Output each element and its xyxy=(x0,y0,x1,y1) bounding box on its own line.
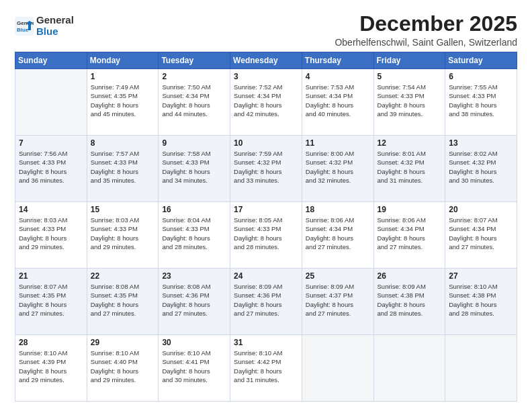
calendar-cell: 26 Sunrise: 8:09 AM Sunset: 4:38 PM Dayl… xyxy=(373,269,445,335)
day-info: Sunrise: 8:10 AM Sunset: 4:42 PM Dayligh… xyxy=(234,349,298,384)
day-number: 25 xyxy=(306,271,370,281)
calendar-cell: 14 Sunrise: 8:03 AM Sunset: 4:33 PM Dayl… xyxy=(15,202,87,269)
day-info: Sunrise: 8:01 AM Sunset: 4:32 PM Dayligh… xyxy=(378,149,442,185)
weekday-header-thursday: Thursday xyxy=(302,52,373,69)
day-number: 14 xyxy=(19,205,83,214)
day-number: 13 xyxy=(449,138,513,148)
logo: General Blue General Blue xyxy=(15,15,74,37)
svg-text:Blue: Blue xyxy=(17,27,29,33)
day-info: Sunrise: 8:09 AM Sunset: 4:38 PM Dayligh… xyxy=(378,282,442,318)
calendar: SundayMondayTuesdayWednesdayThursdayFrid… xyxy=(15,52,517,402)
day-info: Sunrise: 8:10 AM Sunset: 4:39 PM Dayligh… xyxy=(19,349,83,384)
calendar-cell xyxy=(445,335,517,402)
day-info: Sunrise: 7:57 AM Sunset: 4:33 PM Dayligh… xyxy=(91,149,155,185)
calendar-cell: 25 Sunrise: 8:09 AM Sunset: 4:37 PM Dayl… xyxy=(302,269,373,335)
day-number: 11 xyxy=(306,138,370,148)
day-info: Sunrise: 8:08 AM Sunset: 4:36 PM Dayligh… xyxy=(162,282,226,318)
calendar-cell: 2 Sunrise: 7:50 AM Sunset: 4:34 PM Dayli… xyxy=(159,69,230,136)
calendar-cell xyxy=(373,335,445,402)
calendar-cell: 4 Sunrise: 7:53 AM Sunset: 4:34 PM Dayli… xyxy=(302,69,373,136)
day-number: 27 xyxy=(449,271,513,281)
day-info: Sunrise: 7:58 AM Sunset: 4:33 PM Dayligh… xyxy=(162,149,226,185)
day-info: Sunrise: 7:53 AM Sunset: 4:34 PM Dayligh… xyxy=(306,83,370,118)
day-info: Sunrise: 8:10 AM Sunset: 4:40 PM Dayligh… xyxy=(91,349,155,384)
title-block: December 2025 Oberhelfenschwil, Saint Ga… xyxy=(335,12,517,48)
day-number: 6 xyxy=(449,72,513,81)
day-number: 26 xyxy=(378,271,442,281)
day-info: Sunrise: 8:07 AM Sunset: 4:34 PM Dayligh… xyxy=(449,216,513,251)
calendar-cell: 1 Sunrise: 7:49 AM Sunset: 4:35 PM Dayli… xyxy=(87,69,159,136)
day-info: Sunrise: 7:55 AM Sunset: 4:33 PM Dayligh… xyxy=(449,83,513,118)
day-number: 7 xyxy=(19,138,83,148)
main-title: December 2025 xyxy=(335,12,517,36)
day-info: Sunrise: 8:05 AM Sunset: 4:33 PM Dayligh… xyxy=(234,216,298,251)
day-number: 20 xyxy=(449,205,513,214)
calendar-cell: 17 Sunrise: 8:05 AM Sunset: 4:33 PM Dayl… xyxy=(230,202,302,269)
day-number: 30 xyxy=(162,338,226,347)
day-number: 12 xyxy=(378,138,442,148)
calendar-cell: 23 Sunrise: 8:08 AM Sunset: 4:36 PM Dayl… xyxy=(159,269,230,335)
calendar-cell: 16 Sunrise: 8:04 AM Sunset: 4:33 PM Dayl… xyxy=(159,202,230,269)
day-number: 23 xyxy=(162,271,226,281)
day-number: 17 xyxy=(234,205,298,214)
calendar-cell: 20 Sunrise: 8:07 AM Sunset: 4:34 PM Dayl… xyxy=(445,202,517,269)
calendar-cell: 7 Sunrise: 7:56 AM Sunset: 4:33 PM Dayli… xyxy=(15,136,87,202)
calendar-cell: 28 Sunrise: 8:10 AM Sunset: 4:39 PM Dayl… xyxy=(15,335,87,402)
calendar-cell: 8 Sunrise: 7:57 AM Sunset: 4:33 PM Dayli… xyxy=(87,136,159,202)
day-number: 1 xyxy=(91,72,155,81)
weekday-header-sunday: Sunday xyxy=(15,52,87,69)
day-number: 29 xyxy=(91,338,155,347)
calendar-cell: 19 Sunrise: 8:06 AM Sunset: 4:34 PM Dayl… xyxy=(373,202,445,269)
day-number: 19 xyxy=(378,205,442,214)
day-number: 10 xyxy=(234,138,298,148)
day-number: 18 xyxy=(306,205,370,214)
calendar-cell: 31 Sunrise: 8:10 AM Sunset: 4:42 PM Dayl… xyxy=(230,335,302,402)
calendar-cell: 9 Sunrise: 7:58 AM Sunset: 4:33 PM Dayli… xyxy=(159,136,230,202)
day-info: Sunrise: 8:07 AM Sunset: 4:35 PM Dayligh… xyxy=(19,282,83,318)
calendar-cell xyxy=(302,335,373,402)
day-info: Sunrise: 7:49 AM Sunset: 4:35 PM Dayligh… xyxy=(91,83,155,118)
day-number: 4 xyxy=(306,72,370,81)
day-number: 22 xyxy=(91,271,155,281)
logo-blue: Blue xyxy=(36,26,58,37)
subtitle: Oberhelfenschwil, Saint Gallen, Switzerl… xyxy=(335,37,517,48)
day-info: Sunrise: 8:08 AM Sunset: 4:35 PM Dayligh… xyxy=(91,282,155,318)
day-number: 3 xyxy=(234,72,298,81)
calendar-week-row: 28 Sunrise: 8:10 AM Sunset: 4:39 PM Dayl… xyxy=(15,335,517,402)
calendar-week-row: 14 Sunrise: 8:03 AM Sunset: 4:33 PM Dayl… xyxy=(15,202,517,269)
calendar-cell: 29 Sunrise: 8:10 AM Sunset: 4:40 PM Dayl… xyxy=(87,335,159,402)
weekday-header-monday: Monday xyxy=(87,52,159,69)
day-info: Sunrise: 8:03 AM Sunset: 4:33 PM Dayligh… xyxy=(91,216,155,251)
day-number: 9 xyxy=(162,138,226,148)
calendar-cell: 5 Sunrise: 7:54 AM Sunset: 4:33 PM Dayli… xyxy=(373,69,445,136)
weekday-header-wednesday: Wednesday xyxy=(230,52,302,69)
calendar-header-row: SundayMondayTuesdayWednesdayThursdayFrid… xyxy=(15,52,517,69)
calendar-week-row: 7 Sunrise: 7:56 AM Sunset: 4:33 PM Dayli… xyxy=(15,136,517,202)
day-number: 28 xyxy=(19,338,83,347)
calendar-cell: 30 Sunrise: 8:10 AM Sunset: 4:41 PM Dayl… xyxy=(159,335,230,402)
weekday-header-friday: Friday xyxy=(373,52,445,69)
day-info: Sunrise: 8:04 AM Sunset: 4:33 PM Dayligh… xyxy=(162,216,226,251)
day-number: 15 xyxy=(91,205,155,214)
calendar-cell: 22 Sunrise: 8:08 AM Sunset: 4:35 PM Dayl… xyxy=(87,269,159,335)
header: General Blue General Blue December 2025 … xyxy=(15,12,517,48)
day-number: 21 xyxy=(19,271,83,281)
calendar-cell: 27 Sunrise: 8:10 AM Sunset: 4:38 PM Dayl… xyxy=(445,269,517,335)
calendar-cell xyxy=(15,69,87,136)
day-info: Sunrise: 8:02 AM Sunset: 4:32 PM Dayligh… xyxy=(449,149,513,185)
day-info: Sunrise: 7:52 AM Sunset: 4:34 PM Dayligh… xyxy=(234,83,298,118)
day-info: Sunrise: 8:03 AM Sunset: 4:33 PM Dayligh… xyxy=(19,216,83,251)
day-info: Sunrise: 7:54 AM Sunset: 4:33 PM Dayligh… xyxy=(378,83,442,118)
logo-icon: General Blue xyxy=(15,17,34,36)
day-info: Sunrise: 8:09 AM Sunset: 4:37 PM Dayligh… xyxy=(306,282,370,318)
day-number: 31 xyxy=(234,338,298,347)
day-info: Sunrise: 8:10 AM Sunset: 4:38 PM Dayligh… xyxy=(449,282,513,318)
weekday-header-tuesday: Tuesday xyxy=(159,52,230,69)
calendar-week-row: 1 Sunrise: 7:49 AM Sunset: 4:35 PM Dayli… xyxy=(15,69,517,136)
day-number: 24 xyxy=(234,271,298,281)
page: General Blue General Blue December 2025 … xyxy=(0,0,532,411)
day-info: Sunrise: 7:50 AM Sunset: 4:34 PM Dayligh… xyxy=(162,83,226,118)
calendar-cell: 3 Sunrise: 7:52 AM Sunset: 4:34 PM Dayli… xyxy=(230,69,302,136)
day-info: Sunrise: 7:59 AM Sunset: 4:32 PM Dayligh… xyxy=(234,149,298,185)
day-info: Sunrise: 8:09 AM Sunset: 4:36 PM Dayligh… xyxy=(234,282,298,318)
